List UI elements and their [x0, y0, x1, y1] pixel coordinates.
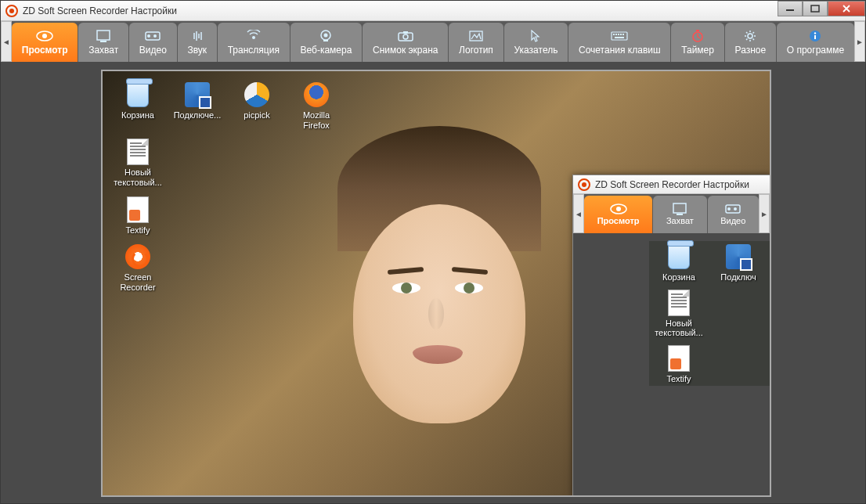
nested-tabstrip: ПросмотрЗахватВидео [584, 194, 759, 233]
titlebar[interactable]: ZD Soft Screen Recorder Настройки [1, 1, 865, 21]
screenshot-icon [398, 30, 413, 42]
toolbar-scroll-left[interactable]: ◄ [1, 21, 12, 62]
app-icon [578, 178, 590, 191]
maximize-button[interactable] [803, 1, 828, 16]
tab-about[interactable]: О программе [777, 23, 854, 62]
svg-point-29 [814, 32, 816, 34]
video-icon [725, 203, 741, 214]
tab-label: Снимок экрана [373, 45, 438, 56]
svg-rect-23 [615, 37, 624, 38]
svg-rect-25 [696, 30, 699, 31]
tab-label: Трансляция [228, 45, 280, 56]
desktop-item-txt[interactable]: Новый текстовый... [110, 136, 165, 189]
app-icon [5, 5, 18, 17]
svg-rect-1 [811, 5, 819, 12]
desktop-item-bin[interactable]: Корзина [649, 241, 709, 284]
ff-icon [302, 81, 330, 109]
tab-cursor[interactable]: Указатель [504, 23, 568, 62]
svg-point-3 [42, 34, 47, 38]
svg-rect-28 [814, 35, 816, 39]
desktop-item-sr[interactable]: Screen Recorder [110, 241, 165, 293]
nested-titlebar[interactable]: ZD Soft Screen Recorder Настройки [573, 175, 770, 194]
tab-eye[interactable]: Просмотр [584, 196, 652, 233]
svg-rect-20 [618, 34, 619, 35]
svg-rect-22 [622, 34, 624, 35]
tab-video[interactable]: Видео [708, 196, 760, 233]
tab-webcam[interactable]: Веб-камера [290, 23, 362, 62]
desktop-item-ff[interactable]: Mozilla Firefox [289, 79, 344, 131]
desktop-item-label: Mozilla Firefox [290, 110, 342, 130]
nested-preview: КорзинаПодключ Новый текстовый... Textif… [573, 233, 770, 496]
desktop-item-label: Новый текстовый... [651, 319, 706, 338]
tab-screenshot[interactable]: Снимок экрана [363, 23, 448, 62]
tab-label: Видео [139, 45, 167, 56]
nested-toolbar: ◄ ПросмотрЗахватВидео ► [573, 194, 770, 233]
desktop-item-label: Новый текстовый... [112, 167, 164, 187]
tab-audio[interactable]: Звук [178, 23, 217, 62]
svg-point-31 [616, 207, 621, 211]
tab-label: Видео [720, 216, 745, 225]
svg-point-26 [748, 34, 752, 38]
tab-keyboard[interactable]: Сочетания клавиш [568, 23, 670, 62]
window-title: ZD Soft Screen Recorder Настройки [23, 5, 177, 16]
tf-icon [124, 196, 152, 224]
desktop-item-tf[interactable]: Textify [110, 194, 165, 237]
tab-label: Логотип [459, 45, 493, 56]
tab-label: О программе [787, 45, 844, 56]
toolbar-scroll-right[interactable]: ► [854, 21, 865, 62]
tab-capture[interactable]: Захват [78, 23, 128, 62]
close-icon [842, 5, 851, 13]
svg-rect-4 [97, 31, 110, 40]
eye-icon [610, 203, 627, 214]
tabstrip: ПросмотрЗахватВидеоЗвукТрансляцияВеб-кам… [12, 21, 854, 62]
preview-pane: КорзинаПодключе...picpickMozilla Firefox… [101, 70, 771, 497]
timer-icon [691, 30, 704, 42]
tab-logo[interactable]: Логотип [449, 23, 503, 62]
desktop-item-label: Подключ [720, 272, 756, 283]
desktop-icons: КорзинаПодключе...picpickMozilla Firefox… [110, 79, 344, 293]
window-controls [778, 1, 865, 16]
cursor-icon [530, 30, 541, 42]
tab-label: Захват [88, 45, 118, 56]
nested-scroll-right[interactable]: ► [759, 194, 770, 233]
desktop-item-net[interactable]: Подключе... [170, 79, 225, 131]
desktop-item-net[interactable]: Подключ [709, 241, 768, 284]
nested-window: ZD Soft Screen Recorder Настройки ◄ Прос… [572, 175, 770, 497]
desktop-item-bin[interactable]: Корзина [110, 79, 165, 131]
tab-misc[interactable]: Разное [725, 23, 776, 62]
tab-label: Сочетания клавиш [579, 45, 661, 56]
audio-icon [191, 30, 204, 42]
nested-scroll-left[interactable]: ◄ [573, 194, 584, 233]
tab-video[interactable]: Видео [129, 23, 177, 62]
svg-point-35 [727, 207, 731, 211]
desktop-item-label: Корзина [662, 272, 695, 283]
nested-desktop-icons: КорзинаПодключ Новый текстовый... Textif… [649, 241, 770, 386]
desktop-item-txt[interactable]: Новый текстовый... [649, 287, 709, 340]
desktop-item-tf[interactable]: Textify [649, 343, 709, 386]
tab-capture[interactable]: Захват [653, 196, 706, 233]
toolbar: ◄ ПросмотрЗахватВидеоЗвукТрансляцияВеб-к… [1, 21, 865, 62]
tab-broadcast[interactable]: Трансляция [218, 23, 290, 62]
svg-point-14 [403, 34, 408, 39]
desktop-item-label: picpick [244, 110, 270, 121]
tf-icon [665, 344, 693, 373]
tab-label: Веб-камера [301, 45, 352, 56]
desktop-item-pp[interactable]: picpick [229, 79, 284, 131]
svg-rect-32 [673, 203, 686, 213]
bin-icon [124, 81, 152, 109]
svg-rect-17 [612, 32, 627, 40]
svg-rect-33 [677, 214, 683, 215]
svg-point-9 [252, 36, 255, 39]
bin-icon [665, 243, 693, 271]
tab-label: Просмотр [597, 216, 640, 225]
keyboard-icon [611, 30, 628, 42]
close-button[interactable] [828, 1, 865, 16]
nested-window-title: ZD Soft Screen Recorder Настройки [595, 179, 749, 190]
tab-timer[interactable]: Таймер [671, 23, 723, 62]
webcam-icon [319, 30, 332, 42]
content-area: КорзинаПодключе...picpickMozilla Firefox… [1, 62, 865, 503]
tab-eye[interactable]: Просмотр [12, 23, 78, 62]
tab-label: Таймер [681, 45, 714, 56]
tab-label: Звук [187, 45, 207, 56]
minimize-button[interactable] [778, 1, 803, 16]
